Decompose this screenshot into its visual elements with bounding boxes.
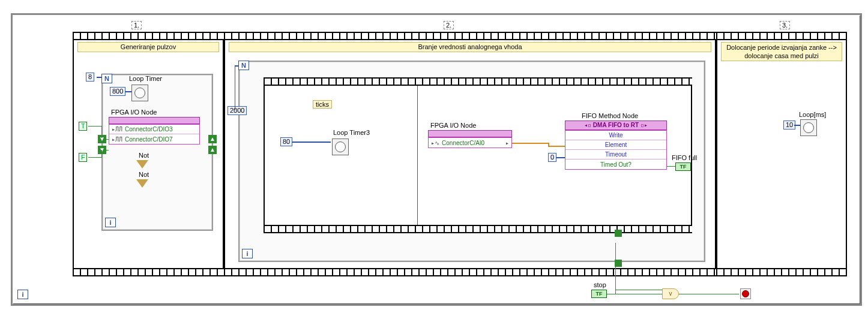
fifo-element: Element <box>565 140 666 150</box>
dio3: ConnectorC/DIO3 <box>125 125 172 134</box>
frame3-title: Dolocanje periode izvajanja zanke --> do… <box>721 42 842 61</box>
loop-timer-icon[interactable] <box>131 85 148 101</box>
fpga-io-body[interactable]: ▸ЛЛConnectorC/DIO3 ▸ЛЛConnectorC/DIO7 <box>109 124 200 145</box>
not-gate-2[interactable] <box>136 179 148 188</box>
fifo-write: Write <box>565 131 666 140</box>
frame2-title: Branje vrednosti analognega vhoda <box>229 42 711 52</box>
seq-frame-3: Dolocanje periode izvajanja zanke --> do… <box>716 32 847 276</box>
const-false[interactable]: F <box>79 153 87 162</box>
fifo-head: ◂▫ DMA FIFO to RT ▫▸ <box>565 121 667 130</box>
loop-ms-timer-icon[interactable] <box>800 119 817 136</box>
shift-reg-left-1 <box>98 135 106 143</box>
const-0[interactable]: 0 <box>548 153 556 162</box>
loop-timer-label: Loop Timer <box>129 75 162 82</box>
while-loop-frame: i 1. 2. 3. Generiranje pulzov N i 8 Loop… <box>11 13 862 306</box>
tunnel-inner-seq <box>615 230 622 237</box>
stop-label: stop <box>594 281 606 288</box>
while-loop-iteration-i: i <box>17 290 28 299</box>
or-gate[interactable]: v <box>662 288 679 299</box>
loop-timer3-icon[interactable] <box>332 139 349 155</box>
seq-index-1: 1. <box>131 21 142 29</box>
shift-reg-right-2 <box>208 146 217 154</box>
seq-index-2: 2. <box>444 21 454 29</box>
wire-tunnel-to-or <box>615 290 662 290</box>
wire-stop-to-or <box>607 294 662 294</box>
fpga-io2-head <box>428 130 512 137</box>
fpga-io-label: FPGA I/O Node <box>111 109 157 116</box>
fpga-io2-label: FPGA I/O Node <box>430 122 476 129</box>
fifo-timeout: Timeout <box>565 150 666 159</box>
not-label-1: Not <box>139 152 149 159</box>
not-gate-1[interactable] <box>136 160 148 168</box>
stop-control[interactable] <box>591 290 607 298</box>
shift-reg-left-2 <box>98 146 106 154</box>
frame2-inner-seq: ticks 80 Loop Timer3 FPGA I/O Node ▸∿Con… <box>264 77 692 233</box>
not-label-2: Not <box>139 171 149 178</box>
const-2000[interactable]: 2000 <box>228 106 247 115</box>
for2-i: i <box>242 249 253 258</box>
const-800[interactable]: 800 <box>110 87 125 96</box>
fpga-io-head <box>109 117 200 124</box>
const-true[interactable]: T <box>79 122 87 131</box>
fifo-body[interactable]: Write Element Timeout Timed Out? <box>565 130 667 170</box>
shift-reg-right-1 <box>208 135 217 143</box>
seq-frame-1: Generiranje pulzov N i 8 Loop Timer 800 … <box>73 32 224 276</box>
seq-frame-2: Branje vrednosti analognega vhoda N i 20… <box>224 32 716 276</box>
ticks-label: ticks <box>313 100 332 109</box>
fifo-full-label: FIFO full <box>672 154 697 161</box>
for-loop-N: N <box>101 74 112 83</box>
dio7: ConnectorC/DIO7 <box>125 135 172 144</box>
ai0: ConnectorC/AI0 <box>442 139 484 148</box>
for2-N: N <box>238 61 249 70</box>
loop-ms-label: Loop[ms] <box>799 111 826 118</box>
const-8[interactable]: 8 <box>86 73 94 82</box>
fifo-full-indicator <box>675 162 691 171</box>
const-80[interactable]: 80 <box>280 137 292 146</box>
wire-or-to-stop <box>679 294 739 294</box>
frame1-for-loop[interactable]: N i <box>101 74 213 231</box>
labview-block-diagram: i 1. 2. 3. Generiranje pulzov N i 8 Loop… <box>0 0 868 310</box>
fifo-method-label: FIFO Method Node <box>582 112 638 119</box>
frame1-title: Generiranje pulzov <box>77 42 219 52</box>
fifo-timedout: Timed Out? <box>565 159 666 169</box>
loop-timer3-label: Loop Timer3 <box>333 129 370 136</box>
fpga-io2-body[interactable]: ▸∿ConnectorC/AI0▸ <box>428 137 512 148</box>
wire-fifo-to-or <box>615 243 616 294</box>
while-loop-stop-terminal[interactable] <box>740 288 751 299</box>
seq-index-3: 3. <box>780 21 790 29</box>
for-loop-i: i <box>105 218 116 227</box>
